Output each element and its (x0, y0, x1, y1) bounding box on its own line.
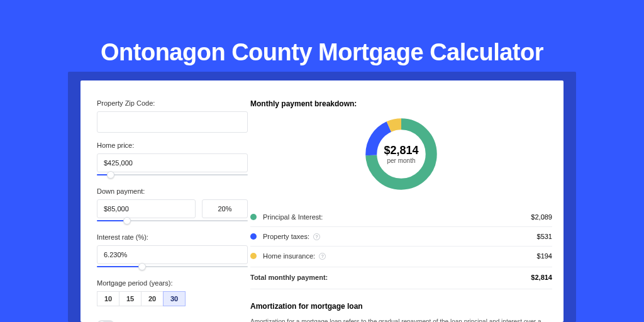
donut-chart: $2,814 per month (362, 114, 441, 194)
legend-dot-blue (250, 233, 257, 240)
legend-value: $194 (537, 252, 552, 260)
legend-label: Principal & Interest: (263, 213, 323, 221)
donut-chart-wrap: $2,814 per month (250, 114, 552, 194)
zip-field: Property Zip Code: (97, 99, 243, 133)
period-label: Mortgage period (years): (97, 279, 243, 287)
rate-input[interactable]: 6.230% (97, 245, 248, 264)
total-row: Total monthly payment: $2,814 (250, 267, 552, 289)
legend-label: Home insurance: (263, 252, 315, 260)
info-icon[interactable]: ? (313, 233, 320, 240)
rate-label: Interest rate (%): (97, 233, 243, 241)
rate-field: Interest rate (%): 6.230% (97, 233, 243, 270)
legend: Principal & Interest:$2,089Property taxe… (250, 208, 552, 265)
down-amount-input[interactable]: $85,000 (97, 199, 196, 218)
slider-thumb[interactable] (138, 263, 146, 270)
period-field: Mortgage period (years): 10152030 (97, 279, 243, 306)
down-label: Down payment: (97, 187, 243, 195)
donut-per-month: per month (387, 157, 415, 164)
slider-fill (97, 266, 142, 267)
calculator-card: Property Zip Code: Home price: $425,000 … (80, 80, 564, 322)
amortization-header: Amortization for mortgage loan (250, 302, 552, 311)
donut-total: $2,814 (384, 144, 418, 157)
info-icon[interactable]: ? (319, 253, 326, 260)
donut-center: $2,814 per month (362, 114, 441, 194)
price-slider[interactable] (97, 171, 248, 179)
legend-value: $531 (537, 233, 552, 240)
legend-dot-green (250, 214, 257, 220)
legend-row: Principal & Interest:$2,089 (250, 208, 552, 227)
rate-slider[interactable] (97, 263, 248, 270)
legend-dot-yellow (250, 253, 257, 259)
period-option-20[interactable]: 20 (141, 291, 164, 306)
legend-row: Property taxes:?$531 (250, 227, 552, 247)
page-title: Ontonagon County Mortgage Calculator (0, 39, 644, 66)
period-options: 10152030 (97, 291, 243, 306)
price-field: Home price: $425,000 (97, 142, 243, 179)
down-field: Down payment: $85,000 20% (97, 187, 243, 225)
breakdown-header: Monthly payment breakdown: (250, 99, 552, 108)
breakdown-column: Monthly payment breakdown: $2,814 per mo… (243, 80, 564, 322)
price-label: Home price: (97, 142, 243, 149)
legend-row: Home insurance:?$194 (250, 247, 552, 265)
period-option-30[interactable]: 30 (163, 291, 186, 306)
zip-label: Property Zip Code: (97, 99, 243, 107)
down-percent-input[interactable]: 20% (202, 199, 248, 218)
input-column: Property Zip Code: Home price: $425,000 … (80, 80, 243, 322)
period-option-15[interactable]: 15 (119, 291, 142, 306)
amortization-text: Amortization for a mortgage loan refers … (250, 317, 552, 322)
down-slider[interactable] (97, 217, 248, 225)
legend-value: $2,089 (531, 213, 552, 221)
total-value: $2,814 (531, 274, 552, 281)
slider-thumb[interactable] (123, 217, 131, 225)
slider-fill (97, 220, 127, 221)
legend-label: Property taxes: (263, 233, 309, 240)
slider-thumb[interactable] (107, 171, 114, 179)
slider-track (97, 174, 248, 175)
zip-input[interactable] (97, 111, 248, 133)
total-label: Total monthly payment: (250, 274, 328, 281)
price-input[interactable]: $425,000 (97, 153, 248, 172)
period-option-10[interactable]: 10 (97, 291, 119, 306)
